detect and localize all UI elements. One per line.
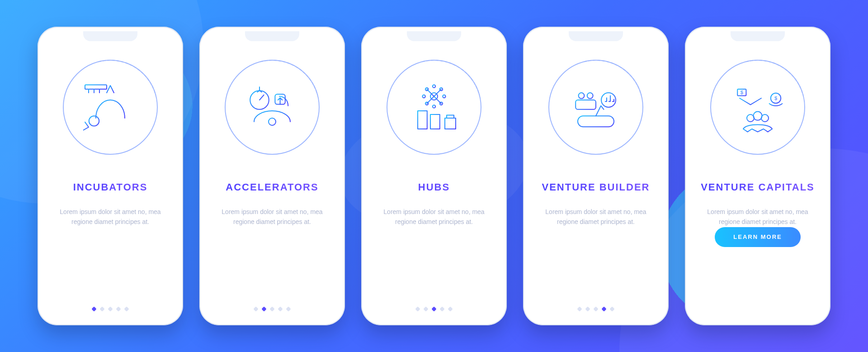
- phone-notch: [245, 31, 299, 41]
- phone-notch: [569, 31, 623, 41]
- svg-rect-3: [275, 94, 285, 104]
- svg-text:$: $: [741, 90, 744, 95]
- incubator-icon: [63, 60, 158, 155]
- pagination-dot[interactable]: [278, 306, 283, 311]
- svg-point-2: [250, 90, 269, 109]
- svg-line-21: [434, 89, 441, 96]
- svg-point-27: [601, 93, 616, 107]
- phone-mockup: $$VENTURE CAPITALSLorem ipsum dolor sit …: [685, 27, 830, 325]
- svg-line-9: [434, 96, 441, 104]
- pagination-dot[interactable]: [585, 306, 590, 311]
- illustration: [532, 48, 660, 166]
- phone-mockup: HUBSLorem ipsum dolor sit amet no, mea r…: [361, 27, 507, 325]
- onboarding-title: ACCELERATORS: [208, 181, 336, 193]
- venture-builder-icon: [548, 60, 643, 155]
- hub-icon: [387, 60, 481, 155]
- svg-line-17: [427, 89, 434, 96]
- pagination-dots: [208, 307, 336, 314]
- pagination-dots: [47, 307, 174, 314]
- pagination-dot[interactable]: [124, 306, 129, 311]
- phone-notch: [83, 31, 137, 41]
- onboarding-title: VENTURE BUILDER: [532, 181, 660, 193]
- pagination-dot[interactable]: [116, 306, 121, 311]
- svg-rect-23: [430, 114, 440, 129]
- pagination-dot[interactable]: [577, 306, 582, 311]
- svg-point-14: [422, 95, 425, 98]
- pagination-dot-active[interactable]: [91, 306, 96, 311]
- phone-notch: [731, 31, 785, 41]
- illustration: [208, 48, 336, 166]
- phone-mockup: INCUBATORSLorem ipsum dolor sit amet no,…: [38, 27, 183, 325]
- svg-point-33: [747, 114, 754, 122]
- onboarding-title: INCUBATORS: [47, 181, 174, 193]
- pagination-dot[interactable]: [423, 306, 428, 311]
- pagination-dot[interactable]: [286, 306, 291, 311]
- pagination-dot[interactable]: [439, 306, 444, 311]
- svg-point-6: [443, 95, 445, 98]
- pagination-dot[interactable]: [448, 306, 453, 311]
- svg-rect-22: [418, 111, 427, 129]
- pagination-dot-active[interactable]: [431, 306, 436, 311]
- svg-line-13: [427, 96, 434, 104]
- phone-mockup: VENTURE BUILDERLorem ipsum dolor sit ame…: [523, 27, 669, 325]
- illustration: [47, 48, 174, 166]
- illustration: $$: [694, 48, 821, 166]
- svg-point-10: [433, 105, 435, 108]
- pagination-dot-active[interactable]: [601, 306, 606, 311]
- svg-point-5: [430, 93, 438, 100]
- onboarding-description: Lorem ipsum dolor sit amet no, mea regio…: [47, 207, 174, 227]
- svg-rect-28: [578, 116, 614, 127]
- pagination-dot[interactable]: [108, 306, 113, 311]
- svg-point-8: [440, 102, 443, 105]
- onboarding-description: Lorem ipsum dolor sit amet no, mea regio…: [694, 207, 821, 227]
- pagination-dots: [370, 307, 498, 314]
- onboarding-carousel: INCUBATORSLorem ipsum dolor sit amet no,…: [38, 27, 830, 325]
- pagination-dot-active[interactable]: [261, 306, 266, 311]
- svg-text:$: $: [774, 95, 778, 101]
- pagination-dot[interactable]: [593, 306, 598, 311]
- svg-point-34: [753, 112, 762, 120]
- svg-point-20: [440, 88, 443, 90]
- pagination-dots: [532, 307, 660, 314]
- onboarding-description: Lorem ipsum dolor sit amet no, mea regio…: [532, 207, 660, 227]
- accelerator-icon: [225, 60, 320, 155]
- venture-capital-icon: $$: [710, 60, 805, 155]
- learn-more-button[interactable]: LEARN MORE: [715, 227, 801, 247]
- svg-point-25: [587, 93, 593, 99]
- svg-rect-26: [576, 100, 596, 109]
- svg-point-12: [425, 102, 428, 105]
- pagination-dot[interactable]: [269, 306, 274, 311]
- pagination-dot[interactable]: [253, 306, 258, 311]
- onboarding-title: HUBS: [370, 181, 498, 193]
- svg-point-16: [425, 88, 428, 90]
- svg-point-18: [433, 85, 435, 87]
- pagination-dot[interactable]: [415, 306, 420, 311]
- pagination-dot[interactable]: [609, 306, 614, 311]
- onboarding-description: Lorem ipsum dolor sit amet no, mea regio…: [370, 207, 498, 227]
- onboarding-description: Lorem ipsum dolor sit amet no, mea regio…: [208, 207, 336, 227]
- svg-point-35: [761, 114, 769, 122]
- onboarding-title: VENTURE CAPITALS: [694, 181, 821, 193]
- illustration: [370, 48, 498, 166]
- svg-rect-29: [737, 89, 746, 95]
- phone-notch: [407, 31, 461, 41]
- svg-point-4: [269, 118, 276, 125]
- phone-mockup: ACCELERATORSLorem ipsum dolor sit amet n…: [199, 27, 345, 325]
- pagination-dot[interactable]: [99, 306, 104, 311]
- svg-point-31: [771, 93, 781, 103]
- svg-rect-1: [85, 85, 107, 89]
- svg-point-0: [89, 116, 99, 126]
- svg-point-24: [579, 93, 585, 99]
